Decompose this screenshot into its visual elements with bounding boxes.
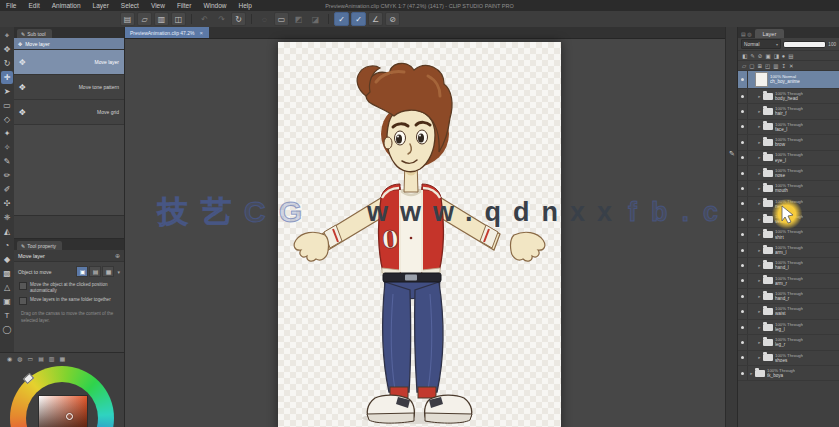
layer-row[interactable]: 100% Normalch_boy_anime	[738, 71, 839, 89]
layer-row[interactable]: ▸100% Throughbody_head	[738, 89, 839, 104]
menu-item-animation[interactable]: Animation	[46, 0, 87, 11]
expand-arrow-icon[interactable]: ▸	[756, 232, 763, 237]
lock-transparent-icon[interactable]: ⊘	[758, 53, 763, 59]
layer-search-icon[interactable]: ◎	[747, 31, 751, 37]
layer-row[interactable]: ▸100% Througharm_l	[738, 243, 839, 258]
expand-arrow-icon[interactable]: ▸	[756, 217, 763, 222]
menu-item-window[interactable]: Window	[197, 0, 232, 11]
snap-grid-icon[interactable]: ∠	[368, 12, 383, 26]
expand-arrow-icon[interactable]: ▸	[756, 109, 763, 114]
layer-row[interactable]: ▸100% Throughleg_r	[738, 335, 839, 350]
refresh-icon[interactable]: ↻	[231, 12, 246, 26]
layer-visibility-toggle[interactable]	[738, 228, 748, 242]
expand-arrow-icon[interactable]: ▸	[756, 248, 763, 253]
layer-row[interactable]: ▸100% Throughshoes	[738, 351, 839, 366]
eyedropper-tool[interactable]: ✧	[1, 141, 13, 154]
move-clicked-layer-button[interactable]: ▤	[89, 266, 101, 277]
sv-cursor[interactable]	[66, 413, 73, 420]
expand-arrow-icon[interactable]: ▸	[756, 124, 763, 129]
layer-visibility-toggle[interactable]	[738, 181, 748, 195]
menu-item-help[interactable]: Help	[233, 0, 258, 11]
snap-ruler-icon[interactable]: ✓	[334, 12, 349, 26]
layer-visibility-toggle[interactable]	[738, 197, 748, 211]
figure-tool[interactable]: △	[1, 281, 13, 294]
blend-icon[interactable]: ◧	[742, 53, 747, 59]
expand-arrow-icon[interactable]: ▸	[756, 278, 763, 283]
layer-visibility-toggle[interactable]	[738, 243, 748, 257]
menu-item-filter[interactable]: Filter	[171, 0, 197, 11]
document-tab[interactable]: PreviewAnimation.clip 47.2% ×	[124, 27, 209, 38]
layer-visibility-toggle[interactable]	[738, 304, 748, 318]
expand-arrow-icon[interactable]: ▸	[756, 201, 763, 206]
subtool-item-move-tone-pattern[interactable]: ✥Move tone pattern	[14, 75, 124, 100]
expand-arrow-icon[interactable]: ▸	[756, 325, 763, 330]
subtool-item-move-layer[interactable]: ✥Move layer	[14, 50, 124, 75]
tool-property-checkbox-0[interactable]: Move the object at the clicked position …	[14, 279, 124, 294]
layer-row[interactable]: ▸100% Throughshirt	[738, 228, 839, 243]
clip-to-layer-icon[interactable]: ▣	[765, 53, 770, 59]
expand-arrow-icon[interactable]: ▸	[756, 340, 763, 345]
lock-layer-icon[interactable]: ✎	[750, 53, 755, 59]
saturation-value-square[interactable]	[38, 395, 88, 427]
layer-visibility-toggle[interactable]	[738, 289, 748, 303]
layer-row[interactable]: ▸100% Throughhair_f	[738, 104, 839, 119]
brush-tool[interactable]: ✐	[1, 183, 13, 196]
expand-arrow-icon[interactable]: ▸	[756, 355, 763, 360]
layer-visibility-toggle[interactable]	[738, 104, 748, 118]
color-swatch-tool[interactable]: ◯	[1, 323, 13, 336]
auto-select-tool[interactable]: ✦	[1, 127, 13, 140]
layer-row[interactable]: ▸100% Throughvest	[738, 212, 839, 227]
layer-row[interactable]: ▸100% Throughnose	[738, 166, 839, 181]
layer-row[interactable]: ▸100% Throughwaist	[738, 304, 839, 319]
expand-arrow-icon[interactable]: ▸	[756, 294, 763, 299]
new-raster-layer-icon[interactable]: ▱	[742, 63, 746, 69]
layer-visibility-toggle[interactable]	[738, 274, 748, 288]
hand-tool[interactable]: ✥	[1, 43, 13, 56]
layer-visibility-toggle[interactable]	[738, 89, 748, 103]
rotate-canvas-tool[interactable]: ↻	[1, 57, 13, 70]
menu-item-file[interactable]: File	[0, 0, 22, 11]
color-mixer-icon[interactable]: ▦	[60, 355, 66, 362]
layer-visibility-toggle[interactable]	[738, 335, 748, 349]
expand-arrow-icon[interactable]: ▸	[756, 171, 763, 176]
layer-row[interactable]: ▸100% Throughneck	[738, 197, 839, 212]
crop-icon[interactable]: ▭	[274, 12, 289, 26]
layer-visibility-toggle[interactable]	[738, 258, 748, 272]
chevron-down-icon[interactable]: ▾	[117, 269, 120, 275]
border-select-icon[interactable]: ◪	[308, 12, 323, 26]
pen-tool[interactable]: ✎	[1, 155, 13, 168]
menu-item-view[interactable]: View	[145, 0, 171, 11]
layer-row[interactable]: ▸100% Throughtk_boya	[738, 366, 839, 381]
expand-arrow-icon[interactable]: ▸	[756, 186, 763, 191]
layer-visibility-toggle[interactable]	[738, 71, 748, 88]
pencil-tool[interactable]: ✏	[1, 169, 13, 182]
new-vector-layer-icon[interactable]: ▢	[749, 63, 754, 69]
snap-special-ruler-icon[interactable]: ✓	[351, 12, 366, 26]
checkbox-icon[interactable]	[19, 297, 27, 305]
move-layer-tool[interactable]: ✛	[1, 71, 13, 84]
blend-tool[interactable]: ◔	[1, 239, 13, 252]
expand-arrow-icon[interactable]: ▸	[756, 140, 763, 145]
subtool-item-move-grid[interactable]: ✥Move grid	[14, 100, 124, 125]
layer-visibility-toggle[interactable]	[738, 135, 748, 149]
frame-border-tool[interactable]: ▣	[1, 295, 13, 308]
canvas-viewport[interactable]: 0	[124, 38, 726, 427]
checkbox-icon[interactable]	[19, 282, 27, 290]
zoom-tool[interactable]: ⌖	[1, 29, 13, 42]
layer-row[interactable]: ▸100% Througharm_r	[738, 274, 839, 289]
expand-arrow-icon[interactable]: ▸	[748, 371, 755, 376]
export-icon[interactable]: ◫	[171, 12, 186, 26]
layer-visibility-toggle[interactable]	[738, 351, 748, 365]
menu-item-layer[interactable]: Layer	[87, 0, 115, 11]
new-folder-icon[interactable]: ⊞	[757, 63, 762, 69]
move-selected-layer-button[interactable]: ▣	[76, 266, 88, 277]
redo-icon[interactable]: ↷	[214, 12, 229, 26]
expand-arrow-icon[interactable]: ▸	[756, 155, 763, 160]
tab-layer[interactable]: Layer	[755, 29, 785, 38]
layer-visibility-toggle[interactable]	[738, 366, 748, 380]
invert-select-icon[interactable]: ◩	[291, 12, 306, 26]
expand-arrow-icon[interactable]: ▸	[756, 263, 763, 268]
layer-visibility-toggle[interactable]	[738, 320, 748, 334]
save-icon[interactable]: ▥	[154, 12, 169, 26]
undo-icon[interactable]: ↶	[197, 12, 212, 26]
